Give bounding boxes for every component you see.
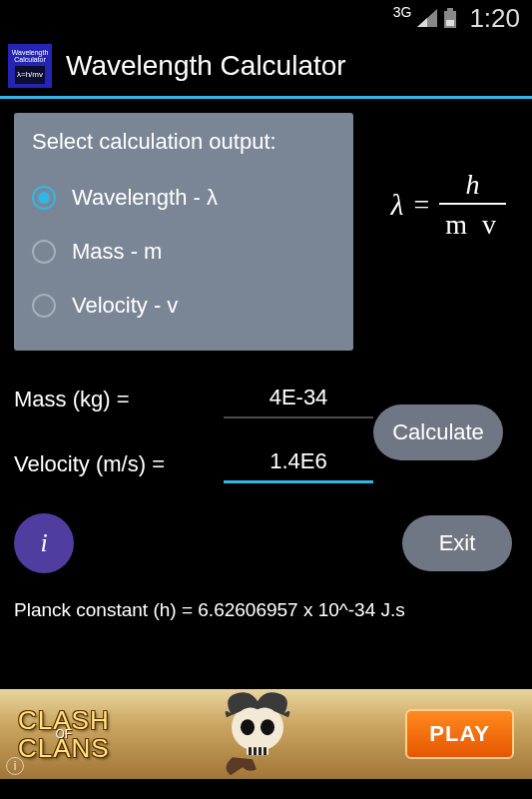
svg-marker-1 <box>417 18 427 27</box>
radio-wavelength[interactable]: Wavelength - λ <box>32 171 335 225</box>
android-status-bar: 3G 1:20 <box>0 0 532 36</box>
formula-denominator: m v <box>439 203 506 241</box>
advertisement-banner[interactable]: i CLASH OF CLANS PLAY <box>0 689 532 779</box>
radio-label: Velocity - v <box>72 293 178 319</box>
formula-display: λ = h m v <box>390 169 506 241</box>
svg-rect-12 <box>264 747 266 755</box>
signal-icon <box>417 9 437 27</box>
input-fields: Mass (kg) = Calculate Velocity (m/s) = <box>14 381 518 483</box>
calculate-button[interactable]: Calculate <box>373 404 503 460</box>
calculation-output-panel: Select calculation output: Wavelength - … <box>14 113 353 351</box>
bottom-buttons: i Exit <box>14 513 518 573</box>
svg-rect-4 <box>446 20 454 26</box>
radio-mass[interactable]: Mass - m <box>32 225 335 279</box>
radio-icon <box>32 294 56 318</box>
app-title: Wavelength Calculator <box>66 50 346 82</box>
mass-label: Mass (kg) = <box>14 387 224 412</box>
formula-numerator: h <box>464 169 482 203</box>
formula-fraction: h m v <box>439 169 506 241</box>
main-content: Select calculation output: Wavelength - … <box>0 99 532 621</box>
clock: 1:20 <box>469 3 520 34</box>
network-indicator: 3G <box>393 4 412 20</box>
mass-input[interactable] <box>224 381 373 418</box>
radio-label: Mass - m <box>72 239 162 265</box>
ad-logo: CLASH OF CLANS <box>18 709 110 759</box>
svg-rect-2 <box>447 8 453 11</box>
radio-icon <box>32 240 56 264</box>
app-title-bar: Wavelength Calculator λ=h/mv Wavelength … <box>0 36 532 96</box>
svg-point-6 <box>241 719 255 735</box>
ad-info-icon[interactable]: i <box>6 757 24 775</box>
velocity-input[interactable] <box>224 444 373 483</box>
calculation-output-title: Select calculation output: <box>32 129 335 155</box>
velocity-label: Velocity (m/s) = <box>14 451 224 477</box>
svg-rect-10 <box>254 747 257 755</box>
svg-rect-9 <box>249 747 252 755</box>
battery-icon <box>443 8 457 28</box>
info-button[interactable]: i <box>14 513 74 573</box>
radio-icon <box>32 186 56 210</box>
formula-lhs: λ <box>390 188 403 222</box>
app-icon: Wavelength Calculator λ=h/mv <box>8 44 52 88</box>
formula-eq: = <box>413 189 429 221</box>
ad-character-image <box>188 689 327 779</box>
planck-constant-text: Planck constant (h) = 6.62606957 x 10^-3… <box>14 599 518 621</box>
radio-velocity[interactable]: Velocity - v <box>32 279 335 333</box>
ad-play-button[interactable]: PLAY <box>405 709 514 759</box>
svg-rect-11 <box>259 747 262 755</box>
svg-point-7 <box>261 719 274 735</box>
radio-label: Wavelength - λ <box>72 185 218 211</box>
exit-button[interactable]: Exit <box>402 515 512 571</box>
